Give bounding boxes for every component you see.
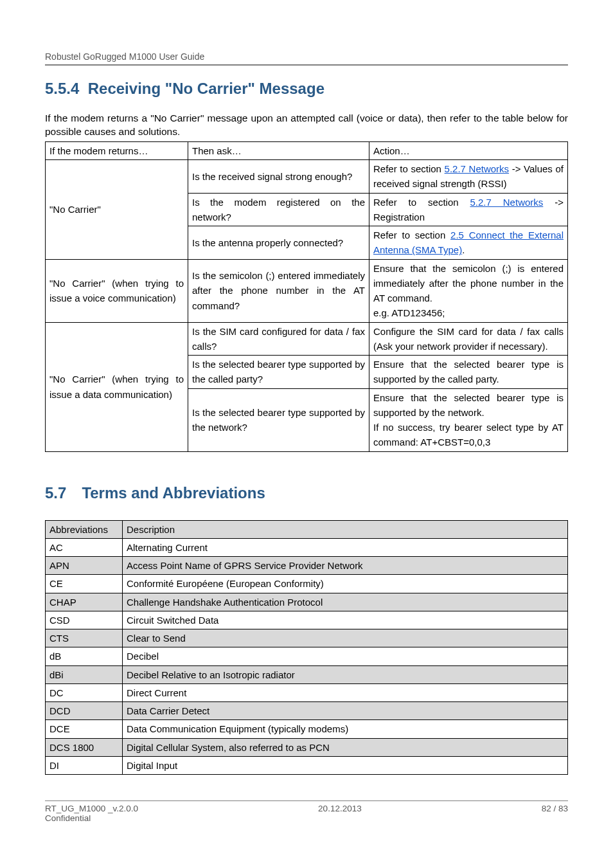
- cell-desc: Access Point Name of GPRS Service Provid…: [123, 557, 568, 575]
- no-carrier-table: If the modem returns… Then ask… Action… …: [45, 141, 568, 452]
- cell-desc: Data Communication Equipment (typically …: [123, 720, 568, 738]
- footer-doc-id: RT_UG_M1000 _v.2.0.0: [45, 804, 138, 813]
- cell-desc: Digital Input: [123, 756, 568, 774]
- table-row: DCEData Communication Equipment (typical…: [46, 720, 568, 738]
- table-row: dBDecibel: [46, 647, 568, 665]
- link-networks[interactable]: 5.2.7 Networks: [470, 197, 544, 208]
- cell-abbr: CE: [46, 575, 123, 593]
- cell-desc: Alternating Current: [123, 538, 568, 556]
- cell-abbr: dBi: [46, 665, 123, 683]
- text: Refer to section: [373, 230, 450, 240]
- table-row: CTSClear to Send: [46, 629, 568, 647]
- table-row: ACAlternating Current: [46, 538, 568, 556]
- table-row: DCDirect Current: [46, 683, 568, 701]
- col-header: Then ask…: [188, 141, 369, 159]
- section-title: Receiving "No Carrier" Message: [88, 80, 324, 97]
- col-header: Description: [123, 520, 568, 538]
- cell-desc: Data Carrier Detect: [123, 702, 568, 720]
- section-5-5-4-heading: 5.5.4 Receiving "No Carrier" Message: [45, 80, 568, 98]
- cell-action: Refer to section 5.2.7 Networks -> Value…: [369, 160, 568, 194]
- table-row: dBiDecibel Relative to an Isotropic radi…: [46, 665, 568, 683]
- col-header: If the modem returns…: [46, 141, 188, 159]
- header-rule: [45, 64, 568, 66]
- footer-confidential: Confidential: [45, 813, 138, 823]
- header-title: Robustel GoRugged M1000 User Guide: [45, 51, 204, 62]
- cell-abbr: CHAP: [46, 593, 123, 611]
- table-row: APNAccess Point Name of GPRS Service Pro…: [46, 557, 568, 575]
- cell-question: Is the modem registered on the network?: [188, 193, 369, 226]
- page-footer: RT_UG_M1000 _v.2.0.0 Confidential 20.12.…: [45, 804, 568, 823]
- cell-action: Refer to section 5.2.7 Networks -> Regis…: [369, 193, 568, 226]
- cell-action: Ensure that the selected bearer type is …: [369, 356, 568, 389]
- cell-desc: Clear to Send: [123, 629, 568, 647]
- cell-question: Is the SIM card configured for data / fa…: [188, 322, 369, 356]
- cell-action: Refer to section 2.5 Connect the Externa…: [369, 226, 568, 260]
- cell-question: Is the semicolon (;) entered immediately…: [188, 259, 369, 322]
- cell-question: Is the selected bearer type supported by…: [188, 388, 369, 451]
- cell-abbr: dB: [46, 647, 123, 665]
- cell-abbr: APN: [46, 557, 123, 575]
- table-row: If the modem returns… Then ask… Action…: [46, 141, 568, 159]
- col-header: Abbreviations: [46, 520, 123, 538]
- section-5-7-heading: 5.7Terms and Abbreviations: [45, 484, 568, 502]
- cell-desc: Direct Current: [123, 683, 568, 701]
- cell-desc: Challenge Handshake Authentication Proto…: [123, 593, 568, 611]
- table-row: "No Carrier" (when trying to issue a voi…: [46, 259, 568, 322]
- table-row: Abbreviations Description: [46, 520, 568, 538]
- cell-question: Is the selected bearer type supported by…: [188, 356, 369, 389]
- table-row: DCS 1800Digital Cellular System, also re…: [46, 738, 568, 756]
- section-5-5-4-intro: If the modem returns a "No Carrier" mess…: [45, 112, 568, 139]
- cell-question: Is the received signal strong enough?: [188, 160, 369, 194]
- table-row: "No Carrier" Is the received signal stro…: [46, 160, 568, 194]
- table-row: CHAPChallenge Handshake Authentication P…: [46, 593, 568, 611]
- table-row: DIDigital Input: [46, 756, 568, 774]
- cell-abbr: DC: [46, 683, 123, 701]
- cell-desc: Conformité Européene (European Conformit…: [123, 575, 568, 593]
- section-num: 5.7: [45, 484, 66, 502]
- cell-action: Ensure that the semicolon (;) is entered…: [369, 259, 568, 322]
- abbreviations-table: Abbreviations Description ACAlternating …: [45, 520, 568, 775]
- cell-condition: "No Carrier": [46, 160, 188, 260]
- cell-desc: Decibel: [123, 647, 568, 665]
- cell-condition: "No Carrier" (when trying to issue a dat…: [46, 322, 188, 451]
- section-num: 5.5.4: [45, 80, 79, 97]
- table-row: CEConformité Européene (European Conform…: [46, 575, 568, 593]
- text: Refer to section: [373, 163, 445, 174]
- cell-abbr: DCS 1800: [46, 738, 123, 756]
- cell-desc: Circuit Switched Data: [123, 611, 568, 629]
- cell-action: Configure the SIM card for data / fax ca…: [369, 322, 568, 356]
- footer-rule: [45, 800, 568, 801]
- cell-action: Ensure that the selected bearer type is …: [369, 388, 568, 451]
- table-row: "No Carrier" (when trying to issue a dat…: [46, 322, 568, 356]
- cell-abbr: AC: [46, 538, 123, 556]
- link-networks[interactable]: 5.2.7 Networks: [445, 163, 510, 174]
- cell-abbr: DCE: [46, 720, 123, 738]
- table-row: CSDCircuit Switched Data: [46, 611, 568, 629]
- text: .: [462, 244, 465, 255]
- cell-condition: "No Carrier" (when trying to issue a voi…: [46, 259, 188, 322]
- cell-desc: Decibel Relative to an Isotropic radiato…: [123, 665, 568, 683]
- footer-page: 82 / 83: [542, 804, 568, 823]
- cell-abbr: DCD: [46, 702, 123, 720]
- cell-abbr: CTS: [46, 629, 123, 647]
- footer-date: 20.12.2013: [318, 804, 362, 823]
- cell-abbr: DI: [46, 756, 123, 774]
- cell-desc: Digital Cellular System, also referred t…: [123, 738, 568, 756]
- page-header: Robustel GoRugged M1000 User Guide: [45, 51, 568, 62]
- text: Refer to section: [373, 197, 470, 208]
- table-row: DCDData Carrier Detect: [46, 702, 568, 720]
- col-header: Action…: [369, 141, 568, 159]
- section-title: Terms and Abbreviations: [82, 484, 265, 502]
- cell-abbr: CSD: [46, 611, 123, 629]
- cell-question: Is the antenna properly connected?: [188, 226, 369, 260]
